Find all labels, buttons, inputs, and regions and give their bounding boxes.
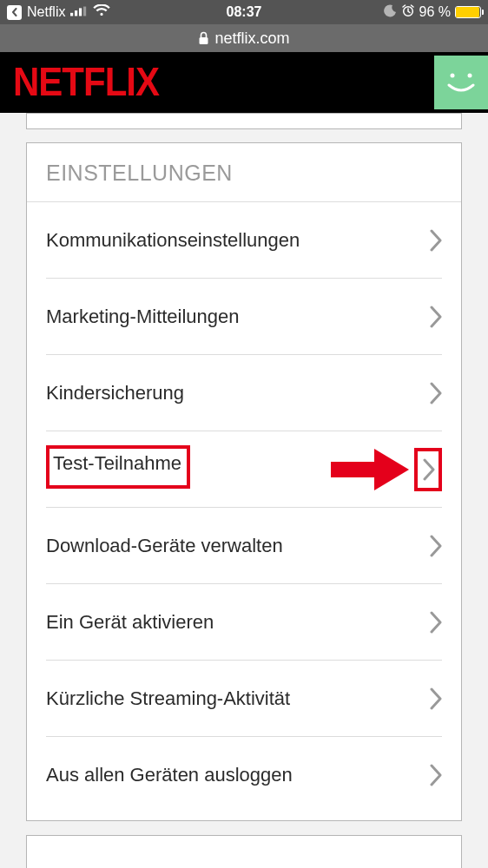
- avatar[interactable]: [434, 56, 488, 109]
- highlight-box-chevron: [414, 448, 442, 491]
- app-header: NETFLIX: [0, 52, 488, 113]
- previous-card-stub: [26, 113, 462, 129]
- settings-item-label: Download-Geräte verwalten: [46, 535, 283, 557]
- svg-rect-8: [331, 462, 379, 477]
- settings-item-sign-out-all[interactable]: Aus allen Geräten ausloggen: [46, 737, 442, 813]
- lock-icon: [198, 31, 209, 45]
- wifi-icon: [93, 4, 110, 20]
- highlight-arrow-icon: [331, 449, 409, 490]
- chevron-right-icon: [430, 229, 442, 252]
- settings-item-label: Marketing-Mitteilungen: [46, 306, 240, 328]
- svg-point-6: [451, 74, 455, 78]
- settings-item-download-devices[interactable]: Download-Geräte verwalten: [46, 508, 442, 584]
- battery-icon: [455, 6, 481, 18]
- chevron-right-icon: [430, 764, 442, 786]
- svg-rect-1: [75, 10, 77, 16]
- status-bar: Netflix 08:37 96 %: [0, 0, 488, 24]
- chevron-right-icon: [430, 382, 442, 404]
- settings-item-streaming-activity[interactable]: Kürzliche Streaming-Aktivität: [46, 661, 442, 737]
- cellular-icon: [70, 4, 88, 20]
- status-bar-time: 08:37: [227, 4, 262, 20]
- chevron-right-icon: [430, 687, 442, 710]
- svg-rect-2: [79, 8, 82, 16]
- browser-url-bar[interactable]: netflix.com: [0, 24, 488, 52]
- settings-item-label: Aus allen Geräten ausloggen: [46, 764, 293, 786]
- settings-item-communication[interactable]: Kommunikationseinstellungen: [46, 202, 442, 279]
- chevron-right-icon: [430, 306, 442, 328]
- browser-url-text: netflix.com: [214, 30, 289, 48]
- netflix-logo[interactable]: NETFLIX: [13, 60, 159, 106]
- svg-rect-5: [200, 37, 208, 44]
- chevron-right-icon: [430, 611, 442, 634]
- chevron-right-icon: [430, 535, 442, 557]
- moon-icon: [384, 4, 397, 21]
- alarm-icon: [401, 3, 415, 21]
- highlight-box-label: Test-Teilnahme: [46, 445, 190, 489]
- settings-item-label: Kindersicherung: [46, 382, 184, 404]
- status-bar-battery-text: 96 %: [419, 4, 451, 20]
- settings-item-label: Ein Gerät aktivieren: [46, 611, 214, 634]
- settings-item-activate-device[interactable]: Ein Gerät aktivieren: [46, 584, 442, 661]
- status-bar-left: Netflix: [7, 4, 227, 20]
- svg-rect-3: [83, 7, 86, 16]
- settings-section-title: EINSTELLUNGEN: [46, 161, 442, 186]
- settings-item-label: Kürzliche Streaming-Aktivität: [46, 687, 290, 710]
- settings-item-parental[interactable]: Kindersicherung: [46, 355, 442, 431]
- page-body: EINSTELLUNGEN Kommunikationseinstellunge…: [0, 113, 488, 868]
- next-card-stub: [26, 835, 462, 868]
- status-bar-app-name: Netflix: [27, 4, 65, 20]
- settings-item-marketing[interactable]: Marketing-Mitteilungen: [46, 279, 442, 355]
- status-bar-right: 96 %: [261, 3, 481, 21]
- settings-item-test-participation[interactable]: Test-Teilnahme: [46, 431, 442, 508]
- back-to-app-icon[interactable]: [7, 5, 22, 20]
- settings-card: EINSTELLUNGEN Kommunikationseinstellunge…: [26, 142, 462, 821]
- svg-rect-0: [70, 13, 73, 16]
- chevron-right-icon: [423, 458, 435, 481]
- settings-item-label: Kommunikationseinstellungen: [46, 229, 300, 252]
- svg-point-7: [468, 74, 472, 78]
